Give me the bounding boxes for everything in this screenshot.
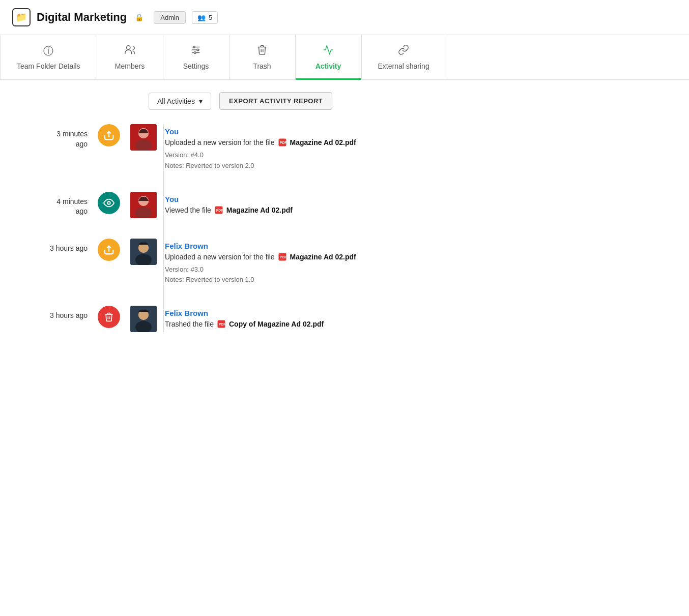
pdf-icon: PDF [214,206,223,215]
file-name: Magazine Ad 02.pdf [290,138,356,146]
pdf-icon: PDF [217,319,226,329]
activity-action-text: Viewed the file PDF Magazine Ad 02.pdf [165,206,673,215]
tab-members[interactable]: Members [97,35,163,79]
page-header: 📁 Digital Marketing 🔒 Admin 👥 5 [0,0,689,35]
filter-label: All Activities [157,97,195,105]
activity-detail: You Uploaded a new version for the file … [165,124,673,171]
trash-icon [256,44,268,58]
tab-settings[interactable]: Settings [163,35,229,79]
timeline-dot-upload2 [98,239,120,261]
svg-text:PDF: PDF [216,209,223,212]
timeline-item: 3 hours ago Felix Brown Uploaded a new v… [16,239,673,286]
activity-user-link[interactable]: You [165,127,673,136]
activity-meta: Version: #4.0 Notes: Reverted to version… [165,150,673,171]
pdf-icon: PDF [278,252,287,261]
tab-label-activity: Activity [315,62,341,70]
svg-point-14 [107,201,110,204]
tab-label-external-sharing: External sharing [378,62,429,70]
content-area: All Activities ▾ EXPORT ACTIVITY REPORT … [0,80,689,365]
activity-time: 3 hours ago [16,239,98,254]
all-activities-dropdown[interactable]: All Activities ▾ [149,93,211,110]
file-name: Magazine Ad 02.pdf [290,253,356,261]
activity-user-link[interactable]: You [165,195,673,203]
activity-detail: Felix Brown Uploaded a new version for t… [165,239,673,286]
tab-team-folder-details[interactable]: ⓘ Team Folder Details [0,35,97,79]
activity-action-text: Uploaded a new version for the file PDF … [165,138,673,147]
avatar [130,192,157,218]
tab-label-members: Members [115,62,145,70]
info-icon: ⓘ [43,44,53,58]
activity-action-text: Trashed the file PDF Copy of Magazine Ad… [165,319,673,329]
activity-user-link[interactable]: Felix Brown [165,309,673,317]
file-name: Magazine Ad 02.pdf [226,206,293,214]
page-title: Digital Marketing [37,11,127,24]
tab-label-team-folder-details: Team Folder Details [17,62,80,70]
tab-label-trash: Trash [253,62,271,70]
members-count: 5 [209,14,212,21]
svg-text:PDF: PDF [279,255,286,259]
export-activity-report-button[interactable]: EXPORT ACTIVITY REPORT [219,92,332,110]
members-badge[interactable]: 👥 5 [192,11,218,24]
tab-trash[interactable]: Trash [229,35,296,79]
settings-icon [190,44,202,58]
svg-point-0 [127,46,130,49]
svg-point-4 [193,46,195,48]
lock-icon: 🔒 [135,13,143,21]
activity-detail: Felix Brown Trashed the file PDF Copy of… [165,306,673,329]
pdf-icon: PDF [278,138,287,147]
tab-label-settings: Settings [183,62,209,70]
activity-meta: Version: #3.0 Notes: Reverted to version… [165,265,673,286]
activity-time: 3 hours ago [16,306,98,321]
members-tab-icon [124,44,135,58]
file-name: Copy of Magazine Ad 02.pdf [229,320,324,328]
svg-point-5 [197,49,199,51]
tab-external-sharing[interactable]: External sharing [362,35,446,79]
chevron-down-icon: ▾ [199,97,203,105]
svg-point-6 [194,52,196,54]
timeline-dot-upload [98,124,120,146]
members-icon: 👥 [197,14,206,21]
svg-text:PDF: PDF [219,322,226,326]
avatar [130,306,157,332]
activity-user-link[interactable]: Felix Brown [165,242,673,250]
activity-detail: You Viewed the file PDF Magazine Ad 02.p… [165,192,673,215]
timeline-item: 3 minutes ago You Uploaded a new version… [16,124,673,171]
folder-icon: 📁 [12,8,31,26]
activity-action-text: Uploaded a new version for the file PDF … [165,252,673,261]
filter-row: All Activities ▾ EXPORT ACTIVITY REPORT [16,92,673,110]
tabs-bar: ⓘ Team Folder Details Members Settings T… [0,35,689,80]
external-sharing-icon [398,44,409,58]
tab-activity[interactable]: Activity [296,35,362,79]
timeline-item: 4 minutes ago You Viewed the file [16,192,673,218]
activity-timeline: 3 minutes ago You Uploaded a new version… [16,124,673,332]
svg-text:PDF: PDF [279,141,286,144]
activity-icon [323,44,334,58]
avatar [130,239,157,265]
avatar [130,124,157,151]
admin-badge[interactable]: Admin [154,11,186,24]
activity-time: 4 minutes ago [16,192,98,217]
timeline-dot-trash [98,306,120,328]
activity-time: 3 minutes ago [16,124,98,149]
timeline-dot-view [98,192,120,214]
timeline-item: 3 hours ago Felix Brown Trashed the file [16,306,673,332]
